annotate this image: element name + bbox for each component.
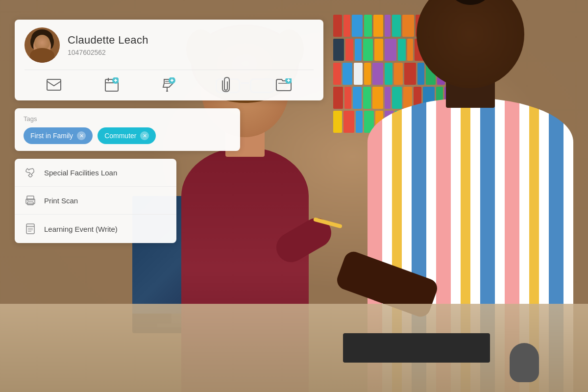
svg-point-22	[31, 174, 32, 175]
menu-item-learning-event-text: Learning Event (Write)	[44, 225, 118, 233]
avatar	[24, 27, 60, 63]
desk-surface	[0, 304, 588, 392]
menu-item-print-scan-text: Print Scan	[44, 196, 78, 205]
tag-commuter-text: Commuter	[104, 132, 136, 140]
svg-rect-8	[47, 79, 61, 90]
tag-first-in-family[interactable]: First in Family ✕	[24, 127, 93, 144]
open-folder-action[interactable]	[276, 78, 292, 91]
ui-overlay: Claudette Leach 1047602562	[15, 20, 323, 243]
tags-card: Tags First in Family ✕ Commuter ✕	[15, 108, 240, 151]
profile-card: Claudette Leach 1047602562	[15, 20, 323, 100]
avatar-image	[24, 27, 60, 63]
tags-row: First in Family ✕ Commuter ✕	[24, 127, 231, 144]
profile-actions	[24, 70, 314, 93]
menu-card: Special Facilities Loan Print Scan	[15, 159, 176, 243]
tag-commuter[interactable]: Commuter ✕	[98, 127, 156, 144]
email-action[interactable]	[47, 79, 61, 91]
menu-item-learning-event[interactable]: Learning Event (Write)	[15, 215, 176, 243]
profile-header: Claudette Leach 1047602562	[24, 27, 314, 70]
menu-item-special-facilities-text: Special Facilities Loan	[44, 169, 117, 177]
svg-point-5	[37, 43, 40, 46]
profile-name: Claudette Leach	[68, 34, 314, 47]
svg-rect-25	[27, 202, 33, 205]
menu-item-special-facilities[interactable]: Special Facilities Loan	[15, 159, 176, 187]
profile-id: 1047602562	[68, 49, 314, 56]
printer-icon	[24, 196, 36, 205]
add-event-action[interactable]	[105, 77, 119, 92]
book-icon	[24, 223, 36, 234]
svg-point-4	[33, 36, 51, 56]
svg-rect-27	[26, 224, 34, 234]
add-task-action[interactable]	[162, 77, 176, 92]
tag-first-in-family-remove[interactable]: ✕	[77, 131, 86, 140]
menu-item-print-scan[interactable]: Print Scan	[15, 187, 176, 215]
svg-point-6	[44, 43, 47, 46]
tag-first-in-family-text: First in Family	[30, 132, 73, 140]
attachment-action[interactable]	[220, 77, 232, 93]
tags-label: Tags	[24, 115, 231, 122]
profile-info: Claudette Leach 1047602562	[68, 34, 314, 56]
svg-rect-23	[27, 196, 34, 200]
wrench-icon	[24, 168, 36, 177]
tag-commuter-remove[interactable]: ✕	[140, 131, 149, 140]
svg-rect-7	[29, 57, 55, 63]
